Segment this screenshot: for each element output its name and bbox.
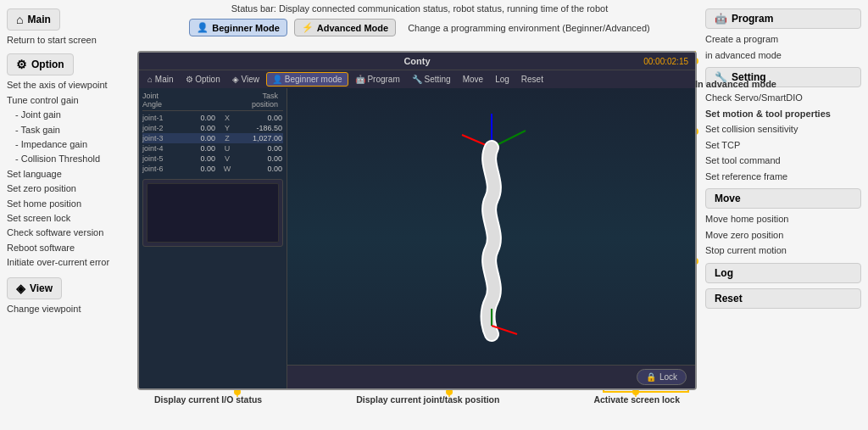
setting-detail-1: Check Servo/SmartDIO <box>705 91 861 105</box>
log-button[interactable]: Log <box>705 263 861 283</box>
status-bar-label: Status bar: Display connected communicat… <box>231 3 609 14</box>
log-section: Log <box>705 263 861 283</box>
robot-screen: Conty 00:00:02:15 ⌂ Main ⚙ Option ◈ View… <box>137 51 697 390</box>
joint-5-name: joint-5 <box>142 154 176 163</box>
joint-row-5: joint-5 0.00 V 0.00 <box>142 154 283 164</box>
move-detail-2: Move zero position <box>705 228 861 243</box>
joint-row-4: joint-4 0.00 U 0.00 <box>142 143 283 154</box>
option-detail-13: Initiate over-current error <box>7 256 133 269</box>
joint-3-name: joint-3 <box>142 134 176 142</box>
move-detail-1: Move home position <box>705 212 861 226</box>
conty-nav-main[interactable]: ⌂ Main <box>142 73 179 86</box>
reset-section: Reset <box>705 288 861 309</box>
reset-button-label: Reset <box>715 293 743 304</box>
joint-5-pos: 0.00 <box>236 154 282 163</box>
view-button-label: View <box>30 282 53 294</box>
option-detail-6: - Collision Threshold <box>7 153 133 165</box>
conty-title: Conty <box>403 56 430 66</box>
lock-icon: 🔒 <box>646 372 656 382</box>
robot-3d-view: 🔒 Lock <box>287 88 695 388</box>
joint-6-angle: 0.00 <box>176 165 219 173</box>
joint-2-axis: Y <box>219 124 236 132</box>
lock-button[interactable]: 🔒 Lock <box>637 369 687 385</box>
mode-buttons: 👤 Beginner Mode ⚡ Advanced Mode Change a… <box>189 19 649 36</box>
main-section: ⌂ Main Return to start screen <box>7 8 133 47</box>
main-button[interactable]: ⌂ Main <box>7 8 60 31</box>
conty-navbar: ⌂ Main ⚙ Option ◈ View 👤 Beginner mode 🤖… <box>139 70 695 88</box>
joint-6-axis: W <box>219 165 236 173</box>
program-detail-2: in advanced mode <box>705 48 861 63</box>
joint-6-pos: 0.00 <box>236 165 282 173</box>
beginner-mode-button[interactable]: 👤 Beginner Mode <box>189 19 287 36</box>
move-button-label: Move <box>715 193 741 204</box>
advanced-mode-button[interactable]: ⚡ Advanced Mode <box>294 19 396 36</box>
setting-detail-5: Set tool command <box>705 154 861 168</box>
view-button[interactable]: ◈ View <box>7 277 62 299</box>
option-detail-4: - Task gain <box>7 124 133 137</box>
program-button-label: Program <box>732 13 773 25</box>
bottom-input-area <box>142 179 283 247</box>
joint-3-angle: 0.00 <box>176 134 219 142</box>
reset-button[interactable]: Reset <box>705 288 861 309</box>
move-button[interactable]: Move <box>705 188 861 209</box>
conty-time: 00:00:02:15 <box>643 57 688 66</box>
setting-detail-2: Set motion & tool properties <box>705 107 861 121</box>
advanced-icon: ⚡ <box>302 22 314 33</box>
joint-1-pos: 0.00 <box>236 114 282 122</box>
joint-1-axis: X <box>219 114 236 122</box>
program-detail-1: Create a program <box>705 32 861 47</box>
view-section: ◈ View Change viewpoint <box>7 277 133 316</box>
lock-label-bottom: Activate screen lock <box>593 394 680 405</box>
joint-5-axis: V <box>219 154 236 163</box>
robot-visualization <box>407 97 576 343</box>
conty-nav-view[interactable]: ◈ View <box>227 73 264 86</box>
option-detail-8: Set zero position <box>7 182 133 195</box>
advanced-mode-label: Advanced Mode <box>317 23 388 33</box>
header-axis <box>219 92 236 109</box>
joint-row-3: joint-3 0.00 Z 1,027.00 <box>142 133 283 143</box>
bottom-labels: Display current I/O status Display curre… <box>137 394 697 405</box>
joint-2-angle: 0.00 <box>176 124 219 132</box>
joint-5-angle: 0.00 <box>176 154 219 163</box>
joint-row-6: joint-6 0.00 W 0.00 <box>142 164 283 174</box>
home-icon: ⌂ <box>16 13 23 26</box>
joint-2-name: joint-2 <box>142 124 176 132</box>
joint-1-angle: 0.00 <box>176 114 219 122</box>
joint-3-axis: Z <box>219 134 236 142</box>
conty-nav-option[interactable]: ⚙ Option <box>181 73 225 86</box>
option-button[interactable]: ⚙ Option <box>7 53 74 75</box>
conty-nav-setting[interactable]: 🔧 Setting <box>407 73 456 86</box>
return-label: Return to start screen <box>7 34 133 47</box>
program-section: 🤖 Program Create a program in advanced m… <box>705 8 861 62</box>
screen-bottom-bar: 🔒 Lock <box>287 365 695 388</box>
joint-4-name: joint-4 <box>142 144 176 153</box>
option-section: ⚙ Option Set the axis of viewpoint Tune … <box>7 53 133 269</box>
setting-detail-6: Set reference frame <box>705 170 861 184</box>
left-sidebar: ⌂ Main Return to start screen ⚙ Option S… <box>0 0 140 430</box>
conty-nav-reset[interactable]: Reset <box>516 73 548 86</box>
cube-icon: ◈ <box>16 282 25 295</box>
option-detail-2: Tune control gain <box>7 94 133 107</box>
io-label: Display current I/O status <box>154 394 262 405</box>
conty-nav-program[interactable]: 🤖 Program <box>350 73 405 86</box>
joint-row-2: joint-2 0.00 Y -186.50 <box>142 123 283 133</box>
main-button-label: Main <box>27 14 50 25</box>
header-spacer <box>176 92 219 109</box>
joint-4-angle: 0.00 <box>176 144 219 153</box>
joint-2-pos: -186.50 <box>236 124 282 132</box>
setting-detail-3: Set collision sensitivity <box>705 122 861 137</box>
conty-titlebar: Conty 00:00:02:15 <box>139 53 695 70</box>
header-task-pos: Task position <box>236 92 278 109</box>
top-area: Status bar: Display connected communicat… <box>140 0 699 51</box>
program-button[interactable]: 🤖 Program <box>705 8 861 29</box>
lock-label: Lock <box>659 372 677 382</box>
conty-nav-beginner[interactable]: 👤 Beginner mode <box>266 72 348 87</box>
change-mode-label: Change a programming environment (Beginn… <box>408 23 650 33</box>
move-detail-3: Stop current motion <box>705 243 861 258</box>
conty-nav-move[interactable]: Move <box>458 73 488 86</box>
option-detail-12: Reboot software <box>7 242 133 254</box>
header-joint-angle: Joint Angle <box>142 92 176 109</box>
joint-label: Display current joint/task position <box>356 394 499 405</box>
log-button-label: Log <box>715 267 733 279</box>
conty-nav-log[interactable]: Log <box>490 73 515 86</box>
